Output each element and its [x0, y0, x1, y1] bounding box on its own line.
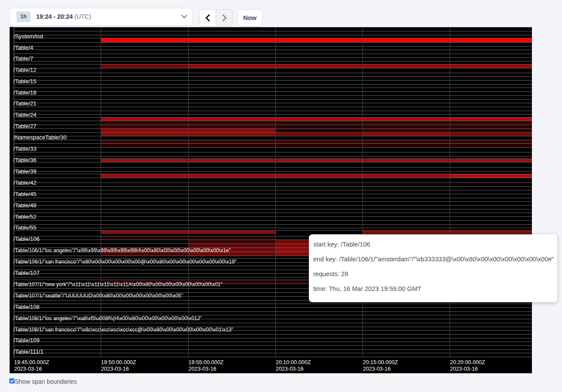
svg-text:/Table/107/1/"new york"/"\x11\: /Table/107/1/"new york"/"\x11\x11\x11\x1… [14, 281, 223, 287]
svg-text:2023-03-16: 2023-03-16 [450, 366, 478, 372]
svg-text:/Table/21: /Table/21 [14, 100, 37, 107]
svg-text:/Table/106/1/"los angeles"/"\x: /Table/106/1/"los angeles"/"\x99\x99\x99… [14, 247, 231, 253]
svg-text:19:50:00.000Z: 19:50:00.000Z [101, 359, 136, 365]
svg-text:/Table/111/1: /Table/111/1 [14, 348, 44, 355]
svg-text:/Table/12: /Table/12 [14, 67, 37, 73]
svg-text:2023-03-16: 2023-03-16 [363, 366, 391, 372]
svg-text:/Table/24: /Table/24 [14, 112, 37, 118]
svg-text:/Table/106/1/"san francisco"/": /Table/106/1/"san francisco"/"\x80\x00\x… [14, 259, 237, 265]
svg-text:2023-03-16: 2023-03-16 [189, 366, 217, 372]
svg-text:/Table/109: /Table/109 [14, 337, 40, 344]
svg-text:20:10:00.000Z: 20:10:00.000Z [276, 359, 311, 365]
svg-text:/Table/39: /Table/39 [14, 168, 37, 175]
svg-text:/Table/55: /Table/55 [14, 224, 37, 231]
svg-text:/NamespaceTable/30: /NamespaceTable/30 [14, 134, 67, 141]
svg-text:20:15:00.000Z: 20:15:00.000Z [363, 359, 398, 365]
svg-text:2023-03-16: 2023-03-16 [101, 366, 129, 372]
svg-text:/System/tsd: /System/tsd [14, 33, 43, 40]
svg-text:/Table/15: /Table/15 [14, 78, 37, 84]
svg-text:/Table/4: /Table/4 [14, 44, 34, 51]
svg-text:/Table/48: /Table/48 [14, 202, 37, 209]
svg-text:/Table/42: /Table/42 [14, 179, 37, 186]
svg-text:/Table/18: /Table/18 [14, 89, 37, 96]
svg-text:/Table/7: /Table/7 [14, 55, 34, 62]
svg-text:/Table/52: /Table/52 [14, 213, 37, 220]
svg-text:19:55:00.000Z: 19:55:00.000Z [189, 359, 224, 365]
svg-text:20:20:00.000Z: 20:20:00.000Z [450, 359, 485, 365]
svg-text:2023-03-16: 2023-03-16 [14, 366, 42, 372]
svg-text:2023-03-16: 2023-03-16 [276, 366, 304, 372]
svg-text:/Table/107: /Table/107 [14, 270, 40, 276]
svg-text:/Table/106: /Table/106 [14, 236, 40, 242]
svg-text:/Table/27: /Table/27 [14, 123, 37, 129]
svg-text:19:45:00.000Z: 19:45:00.000Z [14, 359, 49, 365]
svg-text:/Table/36: /Table/36 [14, 157, 37, 163]
svg-text:/Table/45: /Table/45 [14, 191, 37, 197]
svg-text:/Table/108/1/"san francisco"/": /Table/108/1/"san francisco"/"\x8c\xcc\x… [14, 327, 234, 333]
svg-text:/Table/33: /Table/33 [14, 145, 37, 152]
svg-text:/Table/108/1/"los angeles"/"\x: /Table/108/1/"los angeles"/"\xa8\xf5\u00… [14, 315, 202, 321]
svg-text:/Table/108: /Table/108 [14, 304, 40, 310]
svg-text:/Table/107/1/"seattle"/"UUUUUU: /Table/107/1/"seattle"/"UUUUUUD\x00\x80\… [14, 293, 183, 299]
